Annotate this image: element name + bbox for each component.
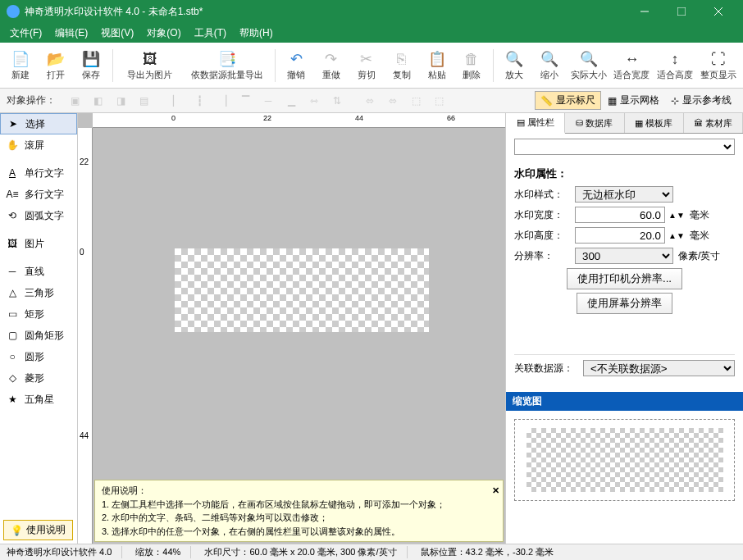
align-top-icon[interactable]: ▔ [235,91,256,111]
image-icon: 🖼 [5,236,20,251]
actual-size-button[interactable]: 🔍实际大小 [568,45,611,86]
props-icon: ▤ [517,117,525,128]
distribute-v-icon[interactable]: ⇅ [326,91,348,111]
undo-button[interactable]: ↶撤销 [279,45,314,86]
new-icon: 📄 [11,49,30,69]
redo-button[interactable]: ↷重做 [313,45,349,86]
tool-arc-text[interactable]: ⟲圆弧文字 [0,205,77,226]
tool-rect[interactable]: ▭矩形 [0,303,77,325]
same-width-icon[interactable]: ⬄ [359,91,381,111]
copy-icon: ⎘ [392,49,412,69]
template-icon: ▦ [635,118,643,129]
tab-templates[interactable]: ▦模板库 [625,113,684,133]
layer-back-icon[interactable]: ▤ [133,91,154,111]
export-image-button[interactable]: 🖼导出为图片 [116,45,184,86]
watermark-object[interactable] [175,248,429,332]
canvas[interactable] [93,128,505,480]
layer-front-icon[interactable]: ▣ [64,91,85,111]
ruler-horizontal: 0 22 44 66 [93,113,505,128]
object-toolbar: 对象操作： ▣ ◧ ◨ ▤ ▏ ┇ ▕ ▔ ─ ▁ ⇿ ⇅ ⬄ ⬄ ⬚ ⬚ 📏显… [0,89,743,113]
redo-icon: ↷ [321,49,341,69]
save-button[interactable]: 💾保存 [74,45,109,86]
new-button[interactable]: 📄新建 [3,45,39,86]
layer-down-icon[interactable]: ◨ [110,91,131,111]
menu-help[interactable]: 帮助(H) [233,25,280,42]
hand-icon: ✋ [5,138,20,153]
close-button[interactable] [700,0,736,23]
ruler-vertical: 0 22 44 [78,128,93,544]
datasource-select[interactable]: <不关联数据源> [583,360,735,376]
use-screen-dpi-button[interactable]: 使用屏幕分辨率 [577,293,672,314]
tool-palette: ➤选择 ✋滚屏 A单行文字 A≡多行文字 ⟲圆弧文字 🖼图片 ─直线 △三角形 … [0,113,78,544]
status-zoom: 缩放：44% [135,546,191,558]
distribute-h-icon[interactable]: ⇿ [303,91,325,111]
menu-tools[interactable]: 工具(T) [188,25,233,42]
fit-page-icon: ⛶ [709,49,728,69]
fit-width-button[interactable]: ↔适合宽度 [610,45,654,86]
database-icon: ⛁ [576,118,583,129]
dpi-select[interactable]: 300 [575,248,673,264]
zoom-in-button[interactable]: 🔍放大 [497,45,532,86]
tool-star[interactable]: ★五角星 [0,389,77,410]
menu-view[interactable]: 视图(V) [94,25,140,42]
tool-multi-text[interactable]: A≡多行文字 [0,184,77,205]
tool-triangle[interactable]: △三角形 [0,282,77,303]
align-right-icon[interactable]: ▕ [212,91,233,111]
delete-button[interactable]: 🗑删除 [454,45,490,86]
ruler-icon: 📏 [540,95,553,107]
show-grid-toggle[interactable]: ▦显示网格 [603,92,664,109]
height-input[interactable] [575,227,665,244]
help-button[interactable]: 💡使用说明 [3,520,73,540]
hint-title: 使用说明： [102,484,496,498]
cut-button[interactable]: ✂剪切 [349,45,384,86]
batch-export-button[interactable]: 📑依数据源批量导出 [183,45,271,86]
fit-page-button[interactable]: ⛶整页显示 [696,45,740,86]
align-left-icon[interactable]: ▏ [166,91,187,111]
same-height-icon[interactable]: ⬄ [382,91,403,111]
open-icon: 📂 [46,49,66,69]
tab-assets[interactable]: 🏛素材库 [684,113,743,133]
tool-diamond[interactable]: ◇菱形 [0,367,77,389]
use-printer-dpi-button[interactable]: 使用打印机分辨率... [567,268,682,289]
style-select[interactable]: 无边框水印 [575,186,673,203]
height-label: 水印高度： [514,229,572,243]
thumbnail-preview [526,428,723,492]
tab-properties[interactable]: ▤属性栏 [506,113,565,134]
zoom-out-button[interactable]: 🔍缩小 [532,45,568,86]
open-button[interactable]: 📂打开 [39,45,74,86]
menu-object[interactable]: 对象(O) [140,25,187,42]
tool-pan[interactable]: ✋滚屏 [0,134,77,156]
grid-icon: ▦ [608,95,617,107]
tab-database[interactable]: ⛁数据库 [565,113,624,133]
ungroup-icon[interactable]: ⬚ [428,91,449,111]
align-bottom-icon[interactable]: ▁ [280,91,302,111]
zoom-in-icon: 🔍 [504,49,524,69]
layer-up-icon[interactable]: ◧ [87,91,108,111]
show-guides-toggle[interactable]: ⊹显示参考线 [666,92,736,109]
menu-file[interactable]: 文件(F) [3,25,48,42]
fit-height-button[interactable]: ↕适合高度 [654,45,697,86]
copy-button[interactable]: ⎘复制 [384,45,419,86]
tool-line[interactable]: ─直线 [0,261,77,282]
align-center-h-icon[interactable]: ┇ [189,91,210,111]
paste-button[interactable]: 📋粘贴 [419,45,454,86]
tool-roundrect[interactable]: ▢圆角矩形 [0,325,77,346]
multiline-icon: A≡ [5,187,20,202]
width-input[interactable] [575,207,665,223]
tool-select[interactable]: ➤选择 [0,113,77,134]
tool-ellipse[interactable]: ○圆形 [0,346,77,367]
group-icon[interactable]: ⬚ [405,91,426,111]
align-center-v-icon[interactable]: ─ [258,91,279,111]
object-selector-dropdown[interactable] [514,139,735,155]
menu-edit[interactable]: 编辑(E) [48,25,94,42]
minimize-button[interactable] [626,0,663,23]
style-label: 水印样式： [514,188,572,202]
hint-close-button[interactable]: ✕ [492,484,499,498]
properties-tabs: ▤属性栏 ⛁数据库 ▦模板库 🏛素材库 [506,113,743,134]
tool-single-text[interactable]: A单行文字 [0,162,77,184]
tool-image[interactable]: 🖼图片 [0,233,77,254]
dpi-label: 分辨率： [514,249,572,263]
maximize-button[interactable] [663,0,700,23]
show-ruler-toggle[interactable]: 📏显示标尺 [535,91,601,110]
assets-icon: 🏛 [694,118,703,128]
